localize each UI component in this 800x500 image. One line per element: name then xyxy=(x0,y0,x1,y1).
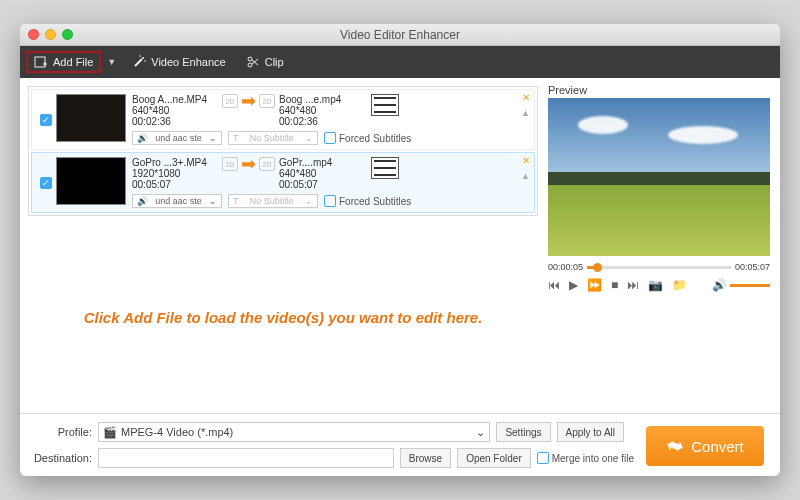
src-duration: 00:02:36 xyxy=(132,116,218,127)
subtitle-select[interactable]: TNo Subtitle⌄ xyxy=(228,194,318,208)
file-row[interactable]: ✓ Boog A...ne.MP4 640*480 00:02:36 2D ➡ xyxy=(31,89,535,150)
remove-row-button[interactable]: ✕ xyxy=(522,92,530,103)
browse-button[interactable]: Browse xyxy=(400,448,451,468)
thumbnail xyxy=(56,94,126,142)
dst-duration: 00:05:07 xyxy=(279,179,365,190)
time-total: 00:05:07 xyxy=(735,262,770,272)
move-row-button[interactable]: ▲ xyxy=(521,171,530,181)
video-enhance-label: Video Enhance xyxy=(151,56,225,68)
forced-subtitles-check[interactable]: Forced Subtitles xyxy=(324,131,411,145)
empty-hint: Click Add File to load the video(s) you … xyxy=(28,222,538,413)
scissors-icon xyxy=(246,55,260,69)
arrow-icon: ➡ xyxy=(241,158,256,170)
destination-input[interactable] xyxy=(98,448,394,468)
video-enhance-button[interactable]: Video Enhance xyxy=(124,51,233,73)
clip-label: Clip xyxy=(265,56,284,68)
convert-button[interactable]: Convert xyxy=(646,426,764,466)
audio-track-select[interactable]: 🔊und aac ste⌄ xyxy=(132,131,222,145)
settings-button[interactable]: Settings xyxy=(496,422,550,442)
subtitle-select[interactable]: TNo Subtitle⌄ xyxy=(228,131,318,145)
remove-row-button[interactable]: ✕ xyxy=(522,155,530,166)
seek-slider[interactable] xyxy=(587,266,731,269)
profile-format-icon: 🎬 xyxy=(103,426,117,439)
svg-line-3 xyxy=(135,59,142,66)
dst-filename: Boog ...e.mp4 xyxy=(279,94,365,105)
open-folder-button[interactable]: Open Folder xyxy=(457,448,531,468)
snapshot-button[interactable]: 📷 xyxy=(648,278,663,292)
content: ✓ Boog A...ne.MP4 640*480 00:02:36 2D ➡ xyxy=(20,78,780,413)
playback-controls: ⏮ ▶ ⏩ ■ ⏭ 📷 📁 🔊 xyxy=(548,278,770,292)
svg-line-9 xyxy=(252,60,258,65)
fast-forward-button[interactable]: ⏩ xyxy=(587,278,602,292)
row-checkbox[interactable]: ✓ xyxy=(36,94,56,145)
src-2d-badge: 2D xyxy=(222,157,238,171)
dst-2d-badge: 2D xyxy=(259,94,275,108)
merge-checkbox[interactable]: Merge into one file xyxy=(537,452,634,464)
audio-track-select[interactable]: 🔊und aac ste⌄ xyxy=(132,194,222,208)
forced-subtitles-check[interactable]: Forced Subtitles xyxy=(324,194,411,208)
clip-button[interactable]: Clip xyxy=(238,51,292,73)
arrow-icon: ➡ xyxy=(241,95,256,107)
chevron-down-icon: ⌄ xyxy=(476,426,485,439)
volume-slider[interactable] xyxy=(730,284,770,287)
open-snapshot-folder-button[interactable]: 📁 xyxy=(672,278,687,292)
add-file-icon xyxy=(34,55,48,69)
wand-icon xyxy=(132,55,146,69)
src-filename: Boog A...ne.MP4 xyxy=(132,94,218,105)
svg-point-6 xyxy=(144,60,146,62)
dst-resolution: 640*480 xyxy=(279,168,365,179)
file-row[interactable]: ✓ GoPro ...3+.MP4 1920*1080 00:05:07 2D xyxy=(31,152,535,213)
dst-duration: 00:02:36 xyxy=(279,116,365,127)
profile-select[interactable]: 🎬MPEG-4 Video (*.mp4) ⌄ xyxy=(98,422,490,442)
svg-point-5 xyxy=(139,55,141,57)
app-window: Video Editor Enhancer Add File ▼ Video E… xyxy=(20,24,780,476)
dst-resolution: 640*480 xyxy=(279,105,365,116)
play-button[interactable]: ▶ xyxy=(569,278,578,292)
stop-button[interactable]: ■ xyxy=(611,278,618,292)
src-2d-badge: 2D xyxy=(222,94,238,108)
destination-label: Destination: xyxy=(30,452,92,464)
row-checkbox[interactable]: ✓ xyxy=(36,157,56,208)
next-button[interactable]: ⏭ xyxy=(627,278,639,292)
preview-panel: Preview 00:00:05 00:05:07 ⏮ ▶ ⏩ ■ ⏭ 📷 xyxy=(546,78,780,413)
convert-label: Convert xyxy=(691,438,744,455)
convert-icon xyxy=(666,437,684,455)
src-resolution: 1920*1080 xyxy=(132,168,218,179)
src-filename: GoPro ...3+.MP4 xyxy=(132,157,218,168)
output-format-icon[interactable] xyxy=(371,157,399,179)
svg-point-7 xyxy=(248,57,252,61)
add-file-label: Add File xyxy=(53,56,93,68)
src-duration: 00:05:07 xyxy=(132,179,218,190)
thumbnail xyxy=(56,157,126,205)
preview-label: Preview xyxy=(548,84,770,96)
preview-video[interactable] xyxy=(548,98,770,256)
output-format-icon[interactable] xyxy=(371,94,399,116)
toolbar: Add File ▼ Video Enhance Clip xyxy=(20,46,780,78)
svg-line-10 xyxy=(252,59,258,64)
add-file-dropdown[interactable]: ▼ xyxy=(103,53,120,71)
window-title: Video Editor Enhancer xyxy=(20,28,780,42)
profile-label: Profile: xyxy=(30,426,92,438)
time-current: 00:00:05 xyxy=(548,262,583,272)
svg-point-4 xyxy=(142,57,144,59)
prev-button[interactable]: ⏮ xyxy=(548,278,560,292)
titlebar: Video Editor Enhancer xyxy=(20,24,780,46)
src-resolution: 640*480 xyxy=(132,105,218,116)
add-file-button[interactable]: Add File xyxy=(26,51,101,73)
file-panel: ✓ Boog A...ne.MP4 640*480 00:02:36 2D ➡ xyxy=(20,78,546,413)
svg-point-8 xyxy=(248,63,252,67)
conversion-arrow: 2D ➡ 2D xyxy=(222,94,275,108)
file-list: ✓ Boog A...ne.MP4 640*480 00:02:36 2D ➡ xyxy=(28,86,538,216)
apply-all-button[interactable]: Apply to All xyxy=(557,422,624,442)
volume-icon[interactable]: 🔊 xyxy=(712,278,727,292)
conversion-arrow: 2D ➡ 2D xyxy=(222,157,275,171)
dst-2d-badge: 2D xyxy=(259,157,275,171)
move-row-button[interactable]: ▲ xyxy=(521,108,530,118)
dst-filename: GoPr....mp4 xyxy=(279,157,365,168)
svg-rect-0 xyxy=(35,57,45,67)
